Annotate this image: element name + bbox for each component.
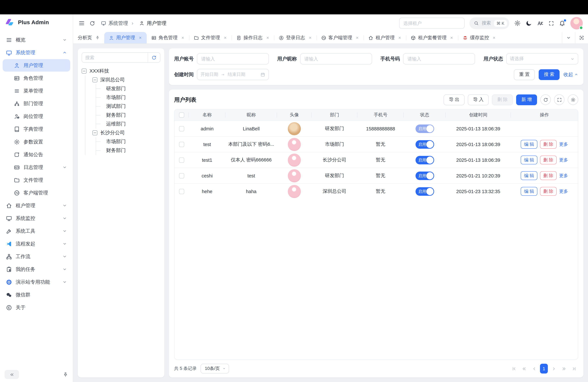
moon-icon[interactable] xyxy=(525,20,532,26)
tree-node-leaf[interactable]: 财务部门 xyxy=(96,111,160,120)
tab[interactable]: 角色管理 xyxy=(147,32,189,43)
refresh-icon[interactable] xyxy=(89,21,95,26)
sidebar-item[interactable]: 系统工具 xyxy=(3,225,70,237)
page-number-current[interactable]: 1 xyxy=(540,364,548,374)
sidebar-item[interactable]: 用户管理 xyxy=(3,59,70,72)
tab[interactable]: 用户管理 xyxy=(104,32,147,43)
tenant-select-input[interactable] xyxy=(399,18,464,29)
tree-node-root[interactable]: XXX科技 xyxy=(82,67,160,75)
sidebar-item[interactable]: 参数设置 xyxy=(3,136,70,148)
row-checkbox[interactable] xyxy=(179,157,184,163)
global-search-button[interactable]: 搜索 ⌘ K xyxy=(469,17,509,29)
edit-button[interactable]: 编 辑 xyxy=(521,140,537,149)
export-button[interactable]: 导 出 xyxy=(444,94,465,105)
tree-node-leaf[interactable]: 财务部门 xyxy=(96,146,160,155)
fullscreen-icon[interactable] xyxy=(548,21,554,26)
delete-button[interactable]: 删 除 xyxy=(540,140,557,149)
status-toggle[interactable]: 启用 xyxy=(415,140,434,149)
tab-close-icon[interactable] xyxy=(356,36,359,40)
next-page-button[interactable] xyxy=(549,364,558,374)
edit-button[interactable]: 编 辑 xyxy=(521,187,537,196)
tab[interactable]: 操作日志 xyxy=(231,32,274,43)
status-toggle[interactable]: 启用 xyxy=(415,156,434,164)
tab-close-icon[interactable] xyxy=(138,36,142,40)
row-checkbox[interactable] xyxy=(179,173,184,178)
tree-node-leaf[interactable]: 研发部门 xyxy=(96,84,160,93)
sidebar-item[interactable]: 部门管理 xyxy=(3,97,70,110)
date-range-input[interactable]: 开始日期 结束日期 xyxy=(197,69,269,80)
tab[interactable]: 租户管理 xyxy=(364,32,406,43)
sidebar-item[interactable]: 系统监控 xyxy=(3,212,70,225)
tree-node-leaf[interactable]: 市场部门 xyxy=(96,93,160,102)
tab[interactable]: 缓存监控 xyxy=(458,32,501,43)
prev-jump-button[interactable] xyxy=(520,364,528,374)
sidebar-item[interactable]: 菜单管理 xyxy=(3,85,70,97)
tab-close-icon[interactable] xyxy=(398,36,401,40)
more-link[interactable]: 更多 xyxy=(559,141,568,147)
import-button[interactable]: 导 入 xyxy=(468,94,489,105)
tree-node-leaf[interactable]: 测试部门 xyxy=(96,102,160,111)
collapse-filter-link[interactable]: 收起 xyxy=(564,71,578,78)
sidebar-collapse-button[interactable] xyxy=(5,370,19,379)
sidebar-item[interactable]: 概览 xyxy=(3,34,70,46)
notifications-button[interactable] xyxy=(559,20,566,26)
sidebar-item[interactable]: 文件管理 xyxy=(3,174,70,186)
content-fullscreen-button[interactable] xyxy=(575,32,588,43)
tab-close-icon[interactable] xyxy=(492,36,496,40)
status-toggle[interactable]: 启用 xyxy=(415,187,434,196)
tab-close-icon[interactable] xyxy=(308,36,312,40)
phone-input[interactable] xyxy=(404,56,474,62)
translate-icon[interactable] xyxy=(537,20,544,26)
select-all-checkbox[interactable] xyxy=(179,112,184,118)
tab-pin-icon[interactable] xyxy=(95,36,100,40)
sidebar-item[interactable]: 关于 xyxy=(3,301,70,314)
tree-node-leaf[interactable]: 市场部门 xyxy=(96,137,160,146)
row-checkbox[interactable] xyxy=(179,126,184,131)
delete-button[interactable]: 删 除 xyxy=(540,156,557,164)
search-button[interactable]: 搜 索 xyxy=(539,69,560,80)
tree-refresh-button[interactable] xyxy=(148,53,160,63)
tab[interactable]: 文件管理 xyxy=(189,32,231,43)
next-jump-button[interactable] xyxy=(560,364,568,374)
delete-button[interactable]: 删 除 xyxy=(540,171,557,180)
tab-close-icon[interactable] xyxy=(450,36,453,40)
tab-close-icon[interactable] xyxy=(181,36,184,40)
more-link[interactable]: 更多 xyxy=(559,173,568,179)
sidebar-item[interactable]: 客户端管理 xyxy=(3,187,70,199)
status-toggle[interactable]: 启用 xyxy=(415,124,434,133)
tree-node-leaf[interactable]: 运维部门 xyxy=(96,120,160,128)
tree-collapse-box[interactable] xyxy=(92,130,97,135)
sidebar-item[interactable]: 字典管理 xyxy=(3,123,70,135)
delete-button[interactable]: 删 除 xyxy=(540,187,557,196)
hamburger-menu-icon[interactable] xyxy=(78,20,85,26)
sidebar-item[interactable]: 系统管理 xyxy=(3,46,70,59)
sidebar-item[interactable]: 租户管理 xyxy=(3,199,70,212)
sidebar-item[interactable]: 岗位管理 xyxy=(3,110,70,123)
sidebar-item[interactable]: 角色管理 xyxy=(3,72,70,84)
gear-icon[interactable] xyxy=(514,20,521,26)
sidebar-item[interactable]: 流程发起 xyxy=(3,237,70,250)
table-refresh-button[interactable] xyxy=(540,94,551,105)
tabs-dropdown-button[interactable] xyxy=(562,32,575,43)
table-fullscreen-button[interactable] xyxy=(554,94,565,105)
status-select[interactable]: 请选择 xyxy=(506,53,578,64)
sidebar-item[interactable]: 工作流 xyxy=(3,250,70,263)
last-page-button[interactable] xyxy=(570,364,578,374)
tree-collapse-box[interactable] xyxy=(92,77,97,82)
page-size-select[interactable]: 10条/页 xyxy=(201,364,229,374)
tab-close-icon[interactable] xyxy=(266,36,269,40)
more-link[interactable]: 更多 xyxy=(559,188,568,194)
first-page-button[interactable] xyxy=(510,364,518,374)
breadcrumb-item[interactable]: 用户管理 xyxy=(128,20,167,26)
breadcrumb-item[interactable]: 系统管理 xyxy=(101,20,128,26)
nickname-input[interactable] xyxy=(301,56,371,62)
row-checkbox[interactable] xyxy=(179,189,184,194)
tree-search-input[interactable] xyxy=(82,53,148,63)
tree-node[interactable]: 深圳总公司 xyxy=(85,75,160,84)
user-avatar[interactable] xyxy=(570,17,583,29)
tab[interactable]: 租户套餐管理 xyxy=(406,32,458,43)
account-input[interactable] xyxy=(198,56,268,62)
tree-node[interactable]: 长沙分公司 xyxy=(85,128,160,137)
prev-page-button[interactable] xyxy=(530,364,538,374)
column-settings-button[interactable] xyxy=(568,94,578,105)
